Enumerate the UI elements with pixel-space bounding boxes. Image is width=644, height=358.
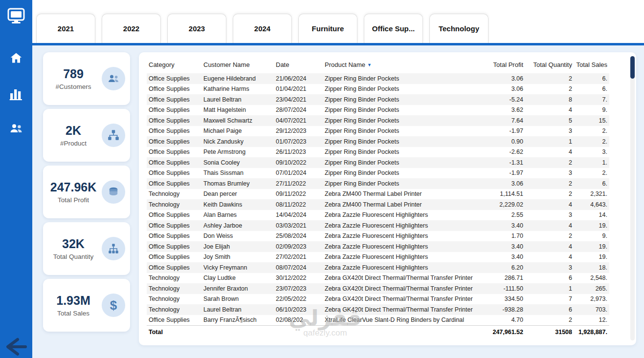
cell-customer: Vicky Freymann [201, 262, 274, 273]
table-row[interactable]: Office Supplies Ashley Jarboe 03/03/2021… [147, 220, 609, 231]
col-header-category[interactable]: Category [147, 55, 201, 73]
table-row[interactable]: Technology Clay Ludtke 30/12/2022 Zebra … [147, 273, 609, 284]
tab-furniture[interactable]: Furniture [298, 14, 357, 43]
col-header-product[interactable]: Product Name▼ [323, 55, 480, 73]
table-row[interactable]: Technology Jennifer Braxton 23/07/2023 Z… [147, 283, 609, 294]
people-icon[interactable] [8, 120, 24, 137]
kpi-text: 247.96K Total Profit [45, 180, 102, 204]
col-header-quantity[interactable]: Total Quantity [525, 55, 574, 73]
cell-product: XtraLife ClearVue Slant-D Ring Binders b… [323, 315, 480, 326]
cell-profit: 334.50 [480, 294, 525, 305]
total-label: Total [147, 325, 480, 339]
table-row[interactable]: Office Supplies Alan Barnes 14/04/2024 Z… [147, 210, 609, 221]
table-row[interactable]: Office Supplies Sonia Cooley 09/10/2022 … [147, 157, 609, 168]
cell-category: Office Supplies [147, 315, 201, 326]
kpi-card-quantity[interactable]: 32K Total Quantity [43, 222, 130, 275]
table-scrollbar[interactable] [630, 56, 635, 340]
table-row[interactable]: Office Supplies Vicky Freymann 08/07/202… [147, 262, 609, 273]
cell-profit: 7.64 [480, 115, 525, 126]
cell-product: Zipper Ring Binder Pockets [323, 94, 480, 105]
cell-product: Zebra GX420t Direct Thermal/Thermal Tran… [323, 294, 480, 305]
cell-date: 08/07/2024 [274, 262, 323, 273]
kpi-card-product[interactable]: 2K #Product [43, 109, 130, 162]
table-row[interactable]: Office Supplies Thais Sissman 07/01/2024… [147, 168, 609, 179]
table-row[interactable]: Office Supplies Don Weiss 25/08/2024 Zeb… [147, 231, 609, 242]
tab-technology[interactable]: Technology [429, 14, 489, 43]
sort-descending-icon[interactable]: ▼ [367, 63, 372, 67]
kpi-card-sales[interactable]: 1.93M Total Sales $ [43, 279, 130, 332]
cell-sales: 6. [574, 84, 609, 95]
dashboard-root: 2021 2022 2023 2024 Furniture Office Sup… [0, 0, 644, 358]
cell-quantity: 4 [525, 105, 574, 116]
cell-product: Zipper Ring Binder Pockets [323, 178, 480, 189]
cell-customer: Eugene Hildebrand [201, 73, 274, 84]
cell-product: Zipper Ring Binder Pockets [323, 105, 480, 116]
cell-profit: -2.62 [480, 147, 525, 158]
table-row[interactable]: Office Supplies Joy Smith 27/02/2021 Zeb… [147, 252, 609, 263]
col-header-sales[interactable]: Total Sales [574, 55, 609, 73]
cell-category: Office Supplies [147, 126, 201, 137]
col-header-date[interactable]: Date [274, 55, 323, 73]
cell-quantity: 6 [525, 304, 574, 315]
cell-product: Zipper Ring Binder Pockets [323, 136, 480, 147]
table-row[interactable]: Technology Dean percer 09/11/2022 Zebra … [147, 189, 609, 200]
tab-2024[interactable]: 2024 [233, 14, 292, 43]
tab-2023[interactable]: 2023 [167, 14, 226, 43]
table-row[interactable]: Office Supplies Eugene Hildebrand 21/06/… [147, 73, 609, 84]
bar-chart-icon[interactable] [8, 85, 24, 102]
cell-profit: 3.40 [480, 220, 525, 231]
kpi-card-customers[interactable]: 789 #Customers [43, 52, 130, 105]
table-row[interactable]: Technology Sarah Brown 22/05/2022 Zebra … [147, 294, 609, 305]
table-row[interactable]: Office Supplies Matt Hagelstein 28/07/20… [147, 105, 609, 116]
table-row[interactable]: Technology Keith Dawkins 08/11/2022 Zebr… [147, 199, 609, 210]
cell-profit: 3.06 [480, 178, 525, 189]
cell-category: Office Supplies [147, 231, 201, 242]
cell-profit: -1.31 [480, 157, 525, 168]
table-row[interactable]: Technology Laurel Beltran 06/10/2023 Zeb… [147, 304, 609, 315]
kpi-card-profit[interactable]: 247.96K Total Profit [43, 166, 130, 218]
detail-table-card: Category Customer Name Date Product Name… [139, 52, 636, 345]
cell-date: 02/09/2023 [274, 241, 323, 252]
table-row[interactable]: Office Supplies Nick Zandusky 01/07/2023… [147, 136, 609, 147]
cell-date: 25/08/2024 [274, 231, 323, 242]
cell-date: 01/04/2021 [274, 84, 323, 95]
cell-customer: Maxwell Schwartz [201, 115, 274, 126]
cell-quantity: 4 [525, 147, 574, 158]
monitor-logo-icon [5, 5, 27, 26]
kpi-value: 32K [45, 237, 102, 251]
cell-category: Technology [147, 304, 201, 315]
cell-quantity: 1 [525, 283, 574, 294]
col-header-customer[interactable]: Customer Name [201, 55, 274, 73]
table-row[interactable]: Office Supplies Katharine Harms 01/04/20… [147, 84, 609, 95]
cell-quantity: 7 [525, 294, 574, 305]
cell-quantity: 2 [525, 189, 574, 200]
main-area: 2021 2022 2023 2024 Furniture Office Sup… [32, 0, 644, 358]
tab-2022[interactable]: 2022 [102, 14, 161, 43]
cell-sales: 19. [574, 252, 609, 263]
scrollbar-thumb[interactable] [630, 56, 635, 79]
cell-profit: 3.06 [480, 84, 525, 95]
cell-customer: Matt Hagelstein [201, 105, 274, 116]
table-row[interactable]: Office Supplies Thomas Brumley 27/11/202… [147, 178, 609, 189]
cell-product: Zebra Zazzle Fluorescent Highlighters [323, 252, 480, 263]
back-arrow-icon[interactable] [3, 337, 28, 357]
table-row[interactable]: Office Supplies Joe Elijah 02/09/2023 Ze… [147, 241, 609, 252]
cell-category: Office Supplies [147, 105, 201, 116]
detail-table[interactable]: Category Customer Name Date Product Name… [147, 55, 609, 339]
table-row[interactable]: Office Supplies Pete Armstrong 26/11/202… [147, 147, 609, 158]
cell-customer: Ashley Jarboe [201, 220, 274, 231]
tab-office-supplies[interactable]: Office Sup... [364, 14, 423, 43]
table-row[interactable]: Office Supplies Maxwell Schwartz 04/07/2… [147, 115, 609, 126]
cell-sales: 6. [574, 178, 609, 189]
table-row[interactable]: Office Supplies Michael Paige 29/12/2023… [147, 126, 609, 137]
cell-sales: 12. [574, 315, 609, 326]
table-row[interactable]: Office Supplies Barry FranzÃ¶sisch 02/08… [147, 315, 609, 326]
col-header-profit[interactable]: Total Profit [480, 55, 525, 73]
cell-profit: 2,229.02 [480, 199, 525, 210]
cell-date: 23/04/2021 [274, 94, 323, 105]
table-row[interactable]: Office Supplies Laurel Beltran 23/04/202… [147, 94, 609, 105]
cell-sales: 4,643. [574, 199, 609, 210]
home-icon[interactable] [8, 50, 24, 66]
tab-2021[interactable]: 2021 [36, 14, 95, 43]
cell-date: 07/01/2024 [274, 168, 323, 179]
